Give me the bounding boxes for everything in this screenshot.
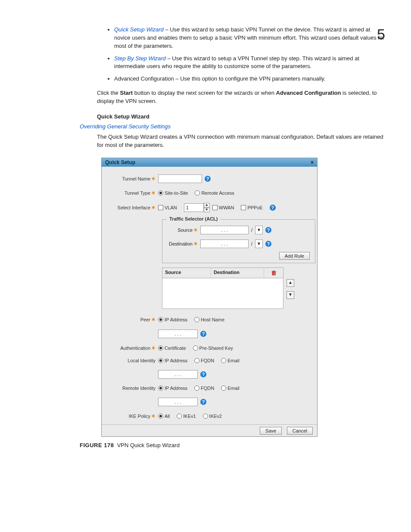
radio-auth-cert[interactable]: Certificate: [158, 345, 186, 351]
add-rule-button[interactable]: Add Rule: [279, 252, 310, 260]
help-icon[interactable]: ?: [200, 399, 206, 405]
radio-remoteid-fqdn[interactable]: FQDN: [194, 386, 214, 391]
traffic-selector-fieldset: Traffic Selector (ACL) Source✶ . . . / ▼…: [162, 219, 315, 263]
bullet-2: Step By Step Wizard – Use this wizard to…: [114, 55, 385, 71]
bullet-3-text: Advanced Configuration – Use this option…: [114, 75, 325, 82]
spinner-up-icon[interactable]: ▲: [204, 203, 210, 208]
tunnel-name-input[interactable]: [158, 174, 202, 183]
move-down-icon[interactable]: ▼: [286, 291, 294, 299]
radio-ike-v1[interactable]: IKEv1: [177, 414, 196, 419]
close-icon[interactable]: ×: [311, 159, 314, 165]
paragraph-start: Click the Start button to display the ne…: [97, 89, 385, 106]
radio-remoteid-ip[interactable]: IP Address: [158, 386, 187, 391]
rules-grid: Source Destination 🗑 ▲ ▼: [162, 268, 283, 309]
section-heading: Quick Setup Wizard: [97, 113, 385, 120]
source-mask-dropdown[interactable]: ▼: [255, 226, 263, 234]
step-by-step-link[interactable]: Step By Step Wizard: [114, 55, 166, 62]
remote-identity-label: Remote Identity: [110, 386, 156, 391]
grid-col-source: Source: [162, 268, 211, 278]
peer-ip-input[interactable]: . . .: [158, 330, 198, 338]
figure-caption: FIGURE 178 VPN Quick Setup Wizard: [80, 442, 385, 448]
radio-remote-access[interactable]: Remote Access: [195, 190, 234, 196]
radio-ike-all[interactable]: All: [158, 414, 170, 419]
radio-auth-psk[interactable]: Pre-Shared Key: [193, 345, 233, 351]
radio-localid-ip[interactable]: IP Address: [158, 358, 187, 363]
page-number: 5: [377, 26, 385, 43]
local-id-input[interactable]: . . .: [158, 370, 198, 379]
help-icon[interactable]: ?: [205, 176, 211, 182]
fieldset-legend: Traffic Selector (ACL): [167, 216, 220, 221]
tunnel-type-label: Tunnel Type✶: [110, 190, 156, 196]
destination-label: Destination✶: [168, 241, 198, 247]
tunnel-name-label: Tunnel Name✶: [110, 176, 156, 182]
radio-peer-ip[interactable]: IP Address: [158, 317, 187, 322]
slash: /: [251, 241, 252, 246]
help-icon[interactable]: ?: [265, 227, 271, 233]
ike-policy-label: IKE Policy✶: [110, 413, 156, 419]
move-up-icon[interactable]: ▲: [286, 279, 294, 287]
vlan-spinner[interactable]: 1 ▲▼: [184, 203, 210, 212]
destination-mask-dropdown[interactable]: ▼: [255, 240, 263, 248]
peer-label: Peer✶: [110, 317, 156, 323]
radio-peer-host[interactable]: Host Name: [194, 317, 224, 322]
radio-remoteid-email[interactable]: Email: [221, 386, 240, 391]
bullet-3: Advanced Configuration – Use this option…: [114, 75, 385, 83]
radio-localid-email[interactable]: Email: [221, 358, 240, 363]
quick-setup-link[interactable]: Quick Setup Wizard: [114, 26, 164, 33]
dialog-title-text: Quick Setup: [105, 159, 135, 165]
wwan-checkbox[interactable]: WWAN: [212, 205, 234, 210]
auth-label: Authentication✶: [110, 345, 156, 351]
overriding-link[interactable]: Overriding General Security Settings: [80, 123, 385, 130]
grid-col-destination: Destination: [211, 268, 264, 278]
local-identity-label: Local Identity: [110, 358, 156, 363]
quick-setup-dialog: Quick Setup × Tunnel Name✶ ? Tunnel Type…: [101, 158, 318, 437]
remote-id-input[interactable]: . . .: [158, 398, 198, 406]
bullet-list: Quick Setup Wizard – Use this wizard to …: [97, 26, 385, 83]
pppoe-checkbox[interactable]: PPPoE: [241, 205, 262, 210]
cancel-button[interactable]: Cancel: [287, 427, 313, 435]
spinner-down-icon[interactable]: ▼: [204, 208, 210, 212]
help-icon[interactable]: ?: [265, 241, 271, 247]
vlan-checkbox[interactable]: VLAN: [158, 205, 177, 210]
select-interface-label: Select Interface✶: [110, 205, 156, 211]
slash: /: [251, 227, 252, 233]
grid-body: [162, 278, 283, 308]
paragraph-2: The Quick Setup Wizard creates a VPN con…: [97, 133, 385, 149]
help-icon[interactable]: ?: [200, 371, 206, 377]
dialog-footer: Save Cancel: [102, 424, 317, 436]
help-icon[interactable]: ?: [200, 331, 206, 337]
trash-icon[interactable]: 🗑: [264, 268, 283, 278]
dialog-titlebar: Quick Setup ×: [102, 158, 317, 167]
radio-ike-v2[interactable]: IKEv2: [203, 414, 222, 419]
source-label: Source✶: [168, 227, 198, 233]
radio-localid-fqdn[interactable]: FQDN: [194, 358, 214, 363]
source-ip-input[interactable]: . . .: [200, 226, 249, 234]
save-button[interactable]: Save: [260, 427, 282, 435]
radio-site-to-site[interactable]: Site-to-Site: [158, 190, 188, 196]
required-star: ✶: [151, 176, 156, 182]
destination-ip-input[interactable]: . . .: [200, 240, 249, 248]
help-icon[interactable]: ?: [270, 205, 276, 211]
bullet-1: Quick Setup Wizard – Use this wizard to …: [114, 26, 385, 50]
